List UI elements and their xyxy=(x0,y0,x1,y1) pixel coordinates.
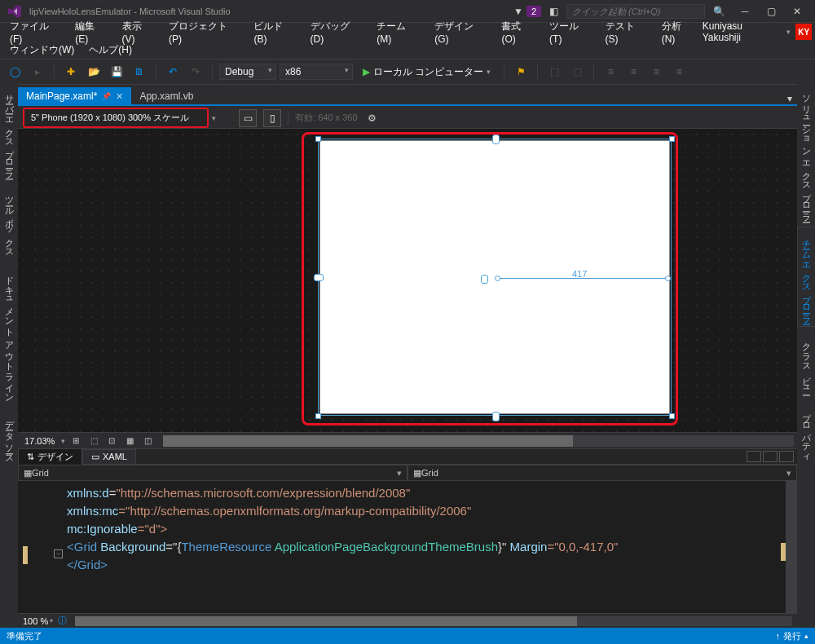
menu-design[interactable]: デザイン(G) xyxy=(428,18,493,46)
sidetab-solution-explorer[interactable]: ソリューション エクスプローラー xyxy=(797,82,815,225)
save-all-icon[interactable]: 🗎 xyxy=(130,62,149,82)
align-icon-1[interactable]: ≡ xyxy=(601,62,620,82)
settings-gear-icon[interactable]: ⚙ xyxy=(368,112,377,124)
nav-fwd-button[interactable]: ▸ xyxy=(28,62,47,82)
resize-handle[interactable] xyxy=(315,413,321,419)
zoom-snap-icon[interactable]: ⊡ xyxy=(104,434,119,448)
config-dropdown[interactable]: Debug xyxy=(219,64,276,80)
new-project-icon[interactable]: ✚ xyxy=(61,62,81,82)
open-file-icon[interactable]: 📂 xyxy=(84,62,104,82)
search-icon[interactable]: 🔍 xyxy=(713,6,725,17)
menu-build[interactable]: ビルド(B) xyxy=(247,18,302,46)
split-tab-xaml[interactable]: ▭ XAML xyxy=(82,449,136,465)
tool-icon-2[interactable]: ⬚ xyxy=(544,62,564,82)
align-icon-3[interactable]: ≡ xyxy=(646,62,666,82)
nav-back-button[interactable]: ◯ xyxy=(5,62,24,82)
align-icon-4[interactable]: ≡ xyxy=(669,62,689,82)
info-icon[interactable]: ⓘ xyxy=(58,615,67,627)
effective-size-label: 有効: 640 x 360 xyxy=(295,112,357,124)
breadcrumb-left[interactable]: ▦ Grid ▾ xyxy=(18,465,408,481)
feedback-icon[interactable]: ◧ xyxy=(549,6,558,17)
zoom-grid2-icon[interactable]: ▦ xyxy=(122,434,137,448)
menu-project[interactable]: プロジェクト(P) xyxy=(162,18,246,46)
sidetab-team-explorer[interactable]: チーム エクスプローラー xyxy=(797,227,815,327)
close-tab-icon[interactable]: ✕ xyxy=(116,91,123,102)
editor-zoom[interactable]: 100 % xyxy=(23,616,48,626)
device-dropdown[interactable]: 5" Phone (1920 x 1080) 300% スケール xyxy=(23,108,209,128)
h-scrollbar[interactable] xyxy=(75,616,792,626)
zoom-percent[interactable]: 17.03% xyxy=(21,436,58,446)
layout-collapse-icon[interactable] xyxy=(779,451,794,462)
save-icon[interactable]: 💾 xyxy=(107,62,126,82)
v-scrollbar[interactable] xyxy=(786,481,797,613)
menu-window[interactable]: ウィンドウ(W) xyxy=(3,42,81,59)
layout-vertical-icon[interactable] xyxy=(763,451,778,462)
resize-handle[interactable] xyxy=(669,413,675,419)
chevron-down-icon[interactable]: ▾ xyxy=(50,617,53,624)
chevron-down-icon[interactable]: ▾ xyxy=(786,28,791,36)
split-tab-design[interactable]: ⇅ デザイン xyxy=(18,448,82,465)
resize-handle[interactable] xyxy=(315,136,321,142)
chevron-down-icon[interactable]: ▾ xyxy=(786,468,791,479)
measure-value: 417 xyxy=(572,269,587,279)
user-name[interactable]: Kuniyasu Yakushiji xyxy=(703,20,782,43)
menu-team[interactable]: チーム(M) xyxy=(370,18,426,46)
sidetab-doc-outline[interactable]: ドキュメント アウトライン xyxy=(0,262,19,406)
chevron-down-icon[interactable]: ▾ xyxy=(397,468,402,479)
tab-appxaml[interactable]: App.xaml.vb xyxy=(131,87,201,104)
redo-icon[interactable]: ↷ xyxy=(186,62,205,82)
zoom-grid-icon[interactable]: ⊞ xyxy=(68,434,83,448)
document-tabs: MainPage.xaml* 📌 ✕ App.xaml.vb ▾ xyxy=(18,88,797,106)
outline-toggle[interactable]: − xyxy=(54,549,63,558)
minimize-button[interactable]: ─ xyxy=(734,3,756,20)
sidetab-properties[interactable]: プロパティ xyxy=(797,399,815,465)
run-target-label: ローカル コンピューター xyxy=(373,65,483,79)
play-icon: ▶ xyxy=(363,66,370,77)
orientation-portrait-icon[interactable]: ▯ xyxy=(263,109,281,127)
align-icon-2[interactable]: ≡ xyxy=(623,62,643,82)
tool-icon-1[interactable]: ⚑ xyxy=(511,62,531,82)
resize-handle[interactable] xyxy=(669,136,675,142)
layout-horizontal-icon[interactable] xyxy=(747,451,761,462)
sidetab-class-view[interactable]: クラス ビュー xyxy=(797,329,815,398)
menu-test[interactable]: テスト(S) xyxy=(599,18,654,46)
sidetab-server-explorer[interactable]: サーバー エクスプローラー xyxy=(0,82,19,182)
breadcrumb-right[interactable]: ▦ Grid ▾ xyxy=(408,465,797,481)
platform-dropdown[interactable]: x86 xyxy=(280,64,353,80)
pin-icon[interactable]: 📌 xyxy=(102,92,111,100)
sidetab-toolbox[interactable]: ツールボックス xyxy=(0,183,19,261)
zoom-fit-icon[interactable]: ⬚ xyxy=(86,434,101,448)
publish-arrow-icon[interactable]: ↑ xyxy=(776,631,781,641)
notification-badge[interactable]: 2 xyxy=(526,6,541,17)
resize-handle[interactable] xyxy=(314,274,324,281)
user-avatar[interactable]: KY xyxy=(795,24,812,40)
zoom-tool-icon[interactable]: ◫ xyxy=(140,434,155,448)
publish-label[interactable]: 発行 xyxy=(783,630,801,642)
filter-icon[interactable]: ▼ xyxy=(513,6,523,17)
designer-canvas[interactable]: 417 xyxy=(18,129,797,432)
sidetab-data-sources[interactable]: データ ソース xyxy=(0,408,19,467)
status-bar: 準備完了 ↑ 発行 ▴ xyxy=(0,628,815,644)
chevron-down-icon[interactable]: ▾ xyxy=(61,437,65,445)
menu-debug[interactable]: デバッグ(D) xyxy=(304,18,369,46)
run-button[interactable]: ▶ ローカル コンピューター ▾ xyxy=(356,64,497,81)
orientation-landscape-icon[interactable]: ▭ xyxy=(239,109,257,127)
h-scrollbar[interactable] xyxy=(163,435,794,447)
menu-analyze[interactable]: 分析(N) xyxy=(655,18,701,46)
maximize-button[interactable]: ▢ xyxy=(760,3,782,20)
menu-help[interactable]: ヘルプ(H) xyxy=(82,42,139,59)
tool-icon-3[interactable]: ⬚ xyxy=(567,62,587,82)
menu-tools[interactable]: ツール(T) xyxy=(543,18,597,46)
menu-format[interactable]: 書式(O) xyxy=(495,18,541,46)
resize-handle[interactable] xyxy=(492,412,500,421)
resize-handle[interactable] xyxy=(492,135,500,144)
center-adorner[interactable] xyxy=(481,275,488,284)
close-button[interactable]: ✕ xyxy=(786,3,808,20)
split-bar: ⇅ デザイン ▭ XAML xyxy=(18,448,797,465)
tabs-overflow-icon[interactable]: ▾ xyxy=(782,93,797,104)
chevron-down-icon[interactable]: ▾ xyxy=(212,114,216,122)
undo-icon[interactable]: ↶ xyxy=(163,62,183,82)
tab-mainpage[interactable]: MainPage.xaml* 📌 ✕ xyxy=(18,87,131,104)
quick-launch-input[interactable] xyxy=(566,4,705,19)
code-editor[interactable]: − xmlns:d="http://schemas.microsoft.com/… xyxy=(18,481,797,613)
